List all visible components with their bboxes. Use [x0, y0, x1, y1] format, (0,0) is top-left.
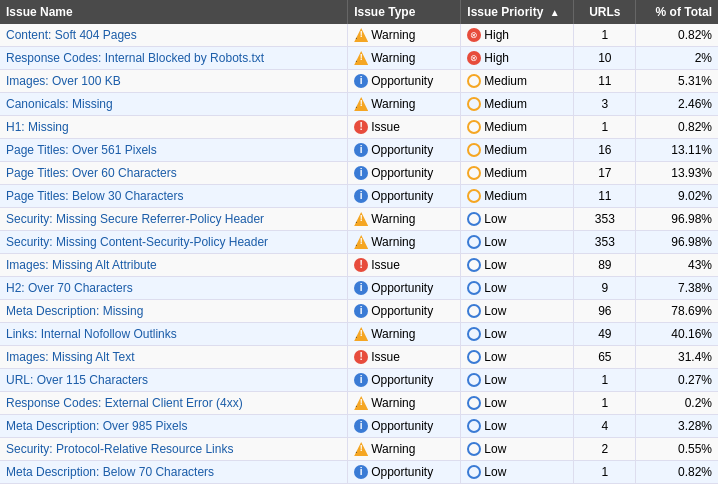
sort-arrow-icon: ▲ — [550, 7, 560, 18]
priority-low-icon — [467, 465, 481, 479]
table-row: Response Codes: External Client Error (4… — [0, 392, 718, 415]
cell-issue-name: Page Titles: Below 30 Characters — [0, 185, 348, 208]
table-row: Page Titles: Over 60 Characters i Opport… — [0, 162, 718, 185]
issue-name-link[interactable]: Images: Missing Alt Attribute — [6, 258, 157, 272]
table-row: Security: Missing Secure Referrer-Policy… — [0, 208, 718, 231]
issue-priority-label: Low — [484, 373, 506, 387]
header-urls[interactable]: URLs — [574, 0, 636, 24]
cell-issue-name: Images: Over 100 KB — [0, 70, 348, 93]
issue-type-label: Opportunity — [371, 74, 433, 88]
cell-issue-type: i Opportunity — [348, 277, 461, 300]
header-pct-total[interactable]: % of Total — [636, 0, 718, 24]
table-row: Security: Protocol-Relative Resource Lin… — [0, 438, 718, 461]
cell-pct-total: 13.93% — [636, 162, 718, 185]
cell-issue-priority: Medium — [461, 70, 574, 93]
priority-high-icon: ⊗ — [467, 28, 481, 42]
cell-pct-total: 2.46% — [636, 93, 718, 116]
issue-priority-label: Medium — [484, 166, 527, 180]
header-issue-type[interactable]: Issue Type — [348, 0, 461, 24]
opportunity-icon: i — [354, 281, 368, 295]
cell-pct-total: 0.82% — [636, 461, 718, 484]
issue-name-link[interactable]: Page Titles: Over 60 Characters — [6, 166, 177, 180]
table-header-row: Issue Name Issue Type Issue Priority ▲ U… — [0, 0, 718, 24]
issue-name-link[interactable]: Meta Description: Below 70 Characters — [6, 465, 214, 479]
priority-medium-icon — [467, 166, 481, 180]
cell-issue-name: H1: Missing — [0, 116, 348, 139]
cell-urls: 1 — [574, 116, 636, 139]
cell-issue-priority: Low — [461, 208, 574, 231]
cell-pct-total: 96.98% — [636, 208, 718, 231]
header-issue-priority[interactable]: Issue Priority ▲ — [461, 0, 574, 24]
cell-issue-name: Security: Missing Content-Security-Polic… — [0, 231, 348, 254]
cell-issue-priority: Low — [461, 300, 574, 323]
cell-urls: 1 — [574, 392, 636, 415]
issue-type-label: Opportunity — [371, 304, 433, 318]
cell-issue-priority: Low — [461, 461, 574, 484]
issues-table: Issue Name Issue Type Issue Priority ▲ U… — [0, 0, 718, 484]
issue-name-link[interactable]: Response Codes: Internal Blocked by Robo… — [6, 51, 264, 65]
table-row: Meta Description: Over 985 Pixels i Oppo… — [0, 415, 718, 438]
issue-name-link[interactable]: Meta Description: Over 985 Pixels — [6, 419, 187, 433]
issue-name-link[interactable]: H1: Missing — [6, 120, 69, 134]
issue-priority-label: Low — [484, 442, 506, 456]
issue-priority-label: High — [484, 51, 509, 65]
issue-name-link[interactable]: Security: Protocol-Relative Resource Lin… — [6, 442, 233, 456]
issue-type-label: Opportunity — [371, 373, 433, 387]
table-row: H1: Missing ! Issue Medium 1 0.82% — [0, 116, 718, 139]
cell-urls: 4 — [574, 415, 636, 438]
issue-priority-label: Medium — [484, 189, 527, 203]
issue-name-link[interactable]: Canonicals: Missing — [6, 97, 113, 111]
opportunity-icon: i — [354, 465, 368, 479]
table-row: H2: Over 70 Characters i Opportunity Low… — [0, 277, 718, 300]
cell-issue-name: Content: Soft 404 Pages — [0, 24, 348, 47]
cell-issue-priority: ⊗ High — [461, 47, 574, 70]
warning-icon: ! — [354, 212, 368, 226]
issue-name-link[interactable]: Security: Missing Content-Security-Polic… — [6, 235, 268, 249]
cell-urls: 1 — [574, 461, 636, 484]
header-issue-name[interactable]: Issue Name — [0, 0, 348, 24]
cell-issue-name: Response Codes: External Client Error (4… — [0, 392, 348, 415]
issue-name-link[interactable]: Links: Internal Nofollow Outlinks — [6, 327, 177, 341]
issue-name-link[interactable]: Content: Soft 404 Pages — [6, 28, 137, 42]
priority-low-icon — [467, 373, 481, 387]
issue-type-label: Issue — [371, 120, 400, 134]
warning-icon: ! — [354, 327, 368, 341]
cell-pct-total: 0.82% — [636, 116, 718, 139]
cell-issue-priority: ⊗ High — [461, 24, 574, 47]
cell-issue-priority: Low — [461, 392, 574, 415]
issue-priority-label: Low — [484, 212, 506, 226]
warning-icon: ! — [354, 51, 368, 65]
cell-issue-priority: Low — [461, 254, 574, 277]
issue-name-link[interactable]: URL: Over 115 Characters — [6, 373, 148, 387]
cell-issue-type: ! Warning — [348, 392, 461, 415]
cell-issue-type: ! Warning — [348, 24, 461, 47]
priority-low-icon — [467, 304, 481, 318]
table-row: URL: Over 115 Characters i Opportunity L… — [0, 369, 718, 392]
issue-priority-label: Low — [484, 235, 506, 249]
issue-name-link[interactable]: Security: Missing Secure Referrer-Policy… — [6, 212, 264, 226]
issue-icon: ! — [354, 350, 368, 364]
cell-urls: 10 — [574, 47, 636, 70]
cell-issue-type: i Opportunity — [348, 70, 461, 93]
cell-issue-priority: Low — [461, 438, 574, 461]
issue-name-link[interactable]: H2: Over 70 Characters — [6, 281, 133, 295]
cell-issue-priority: Medium — [461, 139, 574, 162]
issue-name-link[interactable]: Response Codes: External Client Error (4… — [6, 396, 243, 410]
cell-pct-total: 5.31% — [636, 70, 718, 93]
table-row: Images: Missing Alt Attribute ! Issue Lo… — [0, 254, 718, 277]
opportunity-icon: i — [354, 143, 368, 157]
cell-issue-type: i Opportunity — [348, 185, 461, 208]
cell-issue-type: i Opportunity — [348, 300, 461, 323]
cell-pct-total: 96.98% — [636, 231, 718, 254]
issue-name-link[interactable]: Page Titles: Below 30 Characters — [6, 189, 183, 203]
priority-medium-icon — [467, 189, 481, 203]
issue-name-link[interactable]: Images: Missing Alt Text — [6, 350, 135, 364]
issue-priority-label: Low — [484, 327, 506, 341]
cell-urls: 1 — [574, 369, 636, 392]
issue-name-link[interactable]: Images: Over 100 KB — [6, 74, 121, 88]
issue-name-link[interactable]: Meta Description: Missing — [6, 304, 143, 318]
cell-urls: 17 — [574, 162, 636, 185]
cell-pct-total: 43% — [636, 254, 718, 277]
issue-name-link[interactable]: Page Titles: Over 561 Pixels — [6, 143, 157, 157]
cell-issue-type: ! Issue — [348, 116, 461, 139]
